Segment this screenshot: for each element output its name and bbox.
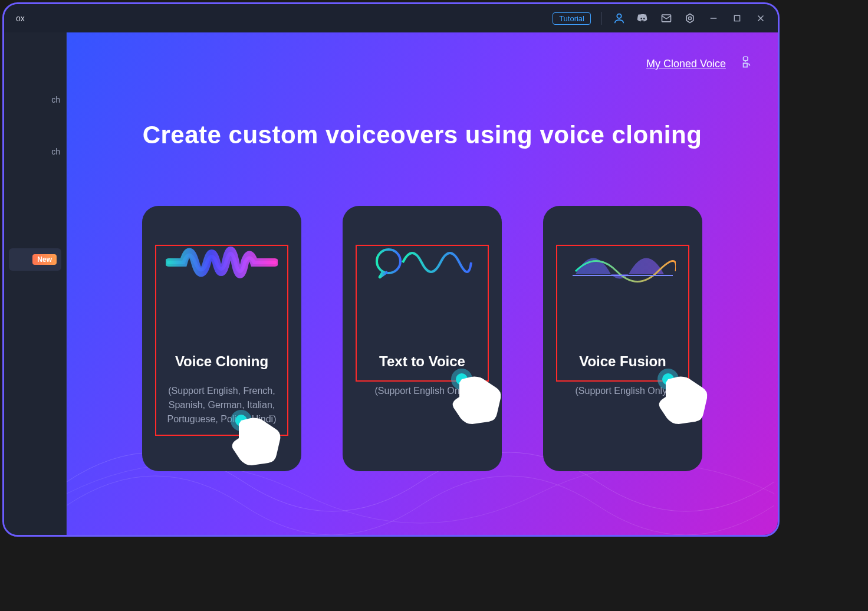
svg-point-18 — [662, 373, 674, 385]
my-cloned-voice-link[interactable]: My Cloned Voice — [646, 58, 726, 70]
voice-fusion-icon — [543, 239, 702, 286]
text-to-voice-icon — [343, 239, 502, 286]
svg-rect-8 — [744, 57, 748, 61]
card-subtitle: (Support English Only) — [554, 384, 692, 398]
app-title: ox — [16, 14, 25, 23]
sidebar-item-2[interactable]: ch — [4, 143, 66, 160]
tutorial-button[interactable]: Tutorial — [553, 12, 591, 25]
user-icon[interactable] — [613, 12, 626, 25]
separator — [601, 12, 602, 25]
card-voice-cloning[interactable]: Voice Cloning (Support English, French, … — [142, 206, 301, 471]
card-title: Voice Cloning — [153, 353, 291, 370]
pointer-icon — [443, 365, 514, 436]
svg-point-0 — [617, 14, 621, 18]
feedback-icon[interactable] — [739, 55, 754, 73]
card-subtitle: (Support English Only) — [353, 384, 491, 398]
titlebar: ox Tutorial — [4, 4, 778, 32]
app-window: ox Tutorial — [2, 2, 780, 537]
discord-icon[interactable] — [636, 12, 649, 25]
svg-rect-5 — [734, 15, 739, 21]
settings-icon[interactable] — [683, 12, 696, 25]
card-title: Text to Voice — [353, 353, 491, 370]
svg-marker-2 — [686, 14, 693, 23]
pointer-icon — [649, 365, 720, 436]
new-badge: New — [32, 254, 57, 265]
voice-cloning-icon — [142, 239, 301, 286]
card-voice-fusion[interactable]: Voice Fusion (Support English Only) — [543, 206, 702, 471]
maximize-icon[interactable] — [731, 12, 744, 25]
minimize-icon[interactable] — [707, 12, 720, 25]
close-icon[interactable] — [754, 12, 767, 25]
sidebar-item-new[interactable]: New — [9, 248, 61, 271]
body: ch ch New My Cloned Voice — [4, 32, 778, 535]
card-subtitle: (Support English, French, Spanish, Germa… — [153, 384, 291, 426]
mail-icon[interactable] — [660, 12, 673, 25]
main-panel: My Cloned Voice Create custom voiceovers… — [67, 32, 778, 535]
sidebar: ch ch New — [4, 32, 67, 535]
top-row: My Cloned Voice — [646, 55, 754, 73]
card-text-to-voice[interactable]: Text to Voice (Support English Only) — [343, 206, 502, 471]
page-headline: Create custom voiceovers using voice clo… — [67, 121, 778, 149]
sidebar-item-1[interactable]: ch — [4, 91, 66, 108]
cards-row: Voice Cloning (Support English, French, … — [67, 206, 778, 471]
svg-point-3 — [689, 17, 692, 20]
svg-point-11 — [377, 249, 400, 273]
svg-point-15 — [456, 373, 468, 385]
card-title: Voice Fusion — [554, 353, 692, 370]
